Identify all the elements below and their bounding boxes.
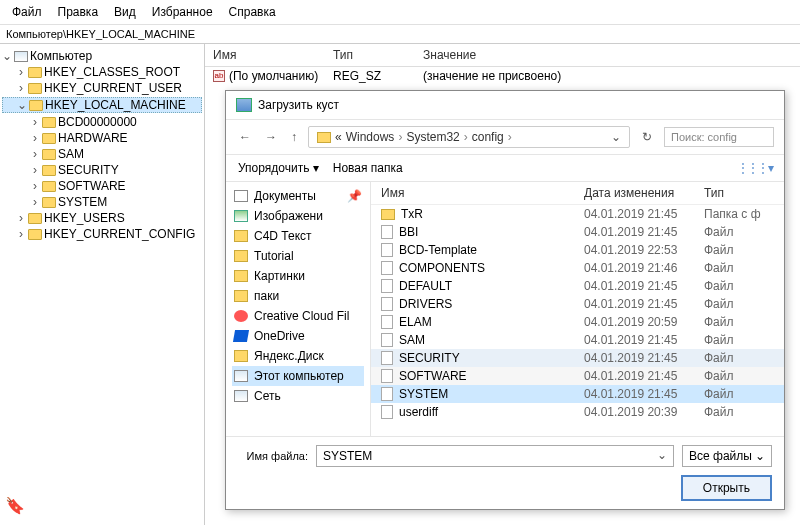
file-row[interactable]: SOFTWARE04.01.2019 21:45Файл [371, 367, 784, 385]
file-filter-dropdown[interactable]: Все файлы ⌄ [682, 445, 772, 467]
folder-icon [42, 181, 56, 192]
file-row[interactable]: SYSTEM04.01.2019 21:45Файл [371, 385, 784, 403]
file-row[interactable]: TxR04.01.2019 21:45Папка с ф [371, 205, 784, 223]
string-value-icon: ab [213, 70, 225, 82]
crumb[interactable]: System32 [406, 130, 459, 144]
tree-key[interactable]: ›SAM [2, 147, 202, 161]
tree-hive[interactable]: ⌄HKEY_LOCAL_MACHINE [2, 97, 202, 113]
refresh-button[interactable]: ↻ [638, 130, 656, 144]
file-row[interactable]: BBI04.01.2019 21:45Файл [371, 223, 784, 241]
dialog-title: Загрузить куст [258, 98, 339, 112]
new-folder-button[interactable]: Новая папка [333, 161, 403, 175]
file-col-type[interactable]: Тип [704, 186, 774, 200]
net-icon [234, 390, 248, 402]
file-row[interactable]: DEFAULT04.01.2019 21:45Файл [371, 277, 784, 295]
pc-icon [234, 370, 248, 382]
chevron-icon[interactable]: › [16, 227, 26, 241]
sidebar-item[interactable]: Картинки [232, 266, 364, 286]
chevron-icon[interactable]: › [30, 131, 40, 145]
folder-icon [381, 209, 395, 220]
folder-icon [42, 197, 56, 208]
tree-key[interactable]: ›BCD00000000 [2, 115, 202, 129]
filename-input[interactable]: SYSTEM [316, 445, 674, 467]
value-row[interactable]: ab(По умолчанию) REG_SZ (значение не при… [205, 67, 800, 85]
menu-help[interactable]: Справка [223, 3, 282, 21]
file-row[interactable]: ELAM04.01.2019 20:59Файл [371, 313, 784, 331]
fold-icon [234, 350, 248, 362]
col-name[interactable]: Имя [213, 48, 333, 62]
registry-tree: ⌄Компьютер›HKEY_CLASSES_ROOT›HKEY_CURREN… [0, 44, 205, 525]
folder-icon [42, 165, 56, 176]
file-row[interactable]: DRIVERS04.01.2019 21:45Файл [371, 295, 784, 313]
sidebar-item[interactable]: Этот компьютер [232, 366, 364, 386]
crumb[interactable]: config [472, 130, 504, 144]
chevron-down-icon[interactable]: ⌄ [2, 49, 12, 63]
menu-favorites[interactable]: Избранное [146, 3, 219, 21]
address-bar[interactable]: Компьютер\HKEY_LOCAL_MACHINE [0, 25, 800, 44]
file-row[interactable]: SECURITY04.01.2019 21:45Файл [371, 349, 784, 367]
file-icon [381, 225, 393, 239]
view-mode-button[interactable]: ⋮⋮⋮ ▾ [737, 161, 772, 175]
sidebar-item[interactable]: Creative Cloud Fil [232, 306, 364, 326]
file-col-name[interactable]: Имя [381, 186, 584, 200]
tree-hive[interactable]: ›HKEY_CURRENT_USER [2, 81, 202, 95]
chevron-icon[interactable]: › [30, 163, 40, 177]
file-row[interactable]: COMPONENTS04.01.2019 21:46Файл [371, 259, 784, 277]
folder-icon [42, 149, 56, 160]
search-input[interactable]: Поиск: config [664, 127, 774, 147]
tree-hive[interactable]: ›HKEY_CLASSES_ROOT [2, 65, 202, 79]
nav-up-button[interactable]: ↑ [288, 130, 300, 144]
menu-view[interactable]: Вид [108, 3, 142, 21]
sidebar-item[interactable]: Сеть [232, 386, 364, 406]
col-data[interactable]: Значение [423, 48, 792, 62]
path-breadcrumb[interactable]: « Windows › System32 › config › ⌄ [308, 126, 630, 148]
file-row[interactable]: SAM04.01.2019 21:45Файл [371, 331, 784, 349]
folder-icon [28, 67, 42, 78]
chevron-icon[interactable]: › [16, 211, 26, 225]
docs-icon [234, 190, 248, 202]
tree-root[interactable]: ⌄Компьютер [2, 49, 202, 63]
nav-forward-button[interactable]: → [262, 130, 280, 144]
sidebar-item[interactable]: Яндекс.Диск [232, 346, 364, 366]
file-row[interactable]: userdiff04.01.2019 20:39Файл [371, 403, 784, 421]
sidebar-item[interactable]: Изображени [232, 206, 364, 226]
chevron-icon[interactable]: › [16, 65, 26, 79]
file-icon [381, 405, 393, 419]
value-type: REG_SZ [333, 69, 423, 83]
value-data: (значение не присвоено) [423, 69, 792, 83]
tree-hive[interactable]: ›HKEY_CURRENT_CONFIG [2, 227, 202, 241]
folder-icon [29, 100, 43, 111]
chevron-down-icon[interactable]: ⌄ [611, 130, 621, 144]
sidebar-item[interactable]: Документы📌 [232, 186, 364, 206]
chevron-icon[interactable]: › [16, 81, 26, 95]
chevron-icon[interactable]: › [30, 195, 40, 209]
crumb[interactable]: Windows [346, 130, 395, 144]
tree-key[interactable]: ›SOFTWARE [2, 179, 202, 193]
chevron-icon[interactable]: › [30, 115, 40, 129]
file-icon [381, 333, 393, 347]
sidebar-item[interactable]: Tutorial [232, 246, 364, 266]
sidebar-item[interactable]: паки [232, 286, 364, 306]
menu-edit[interactable]: Правка [52, 3, 105, 21]
chevron-icon[interactable]: › [30, 179, 40, 193]
chevron-icon[interactable]: ⌄ [17, 98, 27, 112]
fold-icon [234, 250, 248, 262]
sidebar-item[interactable]: C4D Текст [232, 226, 364, 246]
nav-back-button[interactable]: ← [236, 130, 254, 144]
tree-key[interactable]: ›SECURITY [2, 163, 202, 177]
organize-button[interactable]: Упорядочить ▾ [238, 161, 319, 175]
cc-icon [234, 310, 248, 322]
tree-key[interactable]: ›HARDWARE [2, 131, 202, 145]
tree-hive[interactable]: ›HKEY_USERS [2, 211, 202, 225]
fold-icon [234, 270, 248, 282]
chevron-icon[interactable]: › [30, 147, 40, 161]
file-row[interactable]: BCD-Template04.01.2019 22:53Файл [371, 241, 784, 259]
col-type[interactable]: Тип [333, 48, 423, 62]
menu-file[interactable]: Файл [6, 3, 48, 21]
sidebar-item[interactable]: OneDrive [232, 326, 364, 346]
bookmark-icon: 🔖 [5, 496, 25, 515]
file-col-date[interactable]: Дата изменения [584, 186, 704, 200]
open-button[interactable]: Открыть [681, 475, 772, 501]
tree-key[interactable]: ›SYSTEM [2, 195, 202, 209]
chevron-down-icon: ⌄ [755, 449, 765, 463]
